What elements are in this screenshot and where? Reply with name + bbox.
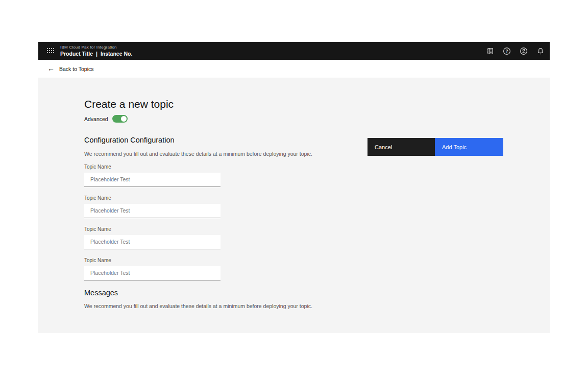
back-link-label: Back to Topics (59, 66, 94, 72)
cancel-button[interactable]: Cancel (368, 138, 435, 156)
header-eyebrow: IBM Cloud Pak for Integration (60, 45, 132, 50)
app-window: IBM Cloud Pak for Integration Product Ti… (38, 42, 550, 333)
create-topic-panel: Create a new topic Advanced Configuratio… (38, 78, 550, 333)
back-row: ← Back to Topics (38, 60, 550, 78)
topic-name-label: Topic Name (84, 226, 504, 232)
notification-bell-icon[interactable] (536, 47, 545, 55)
topic-name-input-4[interactable] (84, 266, 220, 280)
messages-section-heading: Messages (84, 289, 504, 297)
header-instance-label: Instance No. (101, 51, 132, 57)
topic-name-field-3: Topic Name (84, 226, 504, 249)
topic-name-label: Topic Name (84, 257, 504, 264)
topic-name-field-2: Topic Name (84, 195, 504, 218)
svg-text:?: ? (505, 49, 508, 54)
messages-section-description: We recommend you fill out and evaluate t… (84, 302, 319, 310)
user-avatar-icon[interactable] (520, 47, 528, 55)
topic-name-input-3[interactable] (84, 235, 220, 249)
advanced-label: Advanced (84, 116, 108, 122)
topic-name-field-4: Topic Name (84, 257, 504, 280)
form-action-buttons: Cancel Add Topic (368, 138, 503, 156)
global-header: IBM Cloud Pak for Integration Product Ti… (38, 42, 550, 60)
header-product-title: Product Title (60, 51, 93, 57)
topic-name-label: Topic Name (84, 164, 504, 170)
back-to-topics-link[interactable]: ← Back to Topics (47, 65, 94, 73)
topic-name-label: Topic Name (84, 195, 504, 201)
toggle-knob (121, 116, 127, 122)
header-title-block: IBM Cloud Pak for Integration Product Ti… (60, 45, 132, 57)
app-switcher-icon[interactable] (47, 48, 55, 54)
topic-name-input-1[interactable] (84, 173, 220, 187)
configuration-section-description: We recommend you fill out and evaluate t… (84, 150, 319, 158)
add-topic-button[interactable]: Add Topic (435, 138, 503, 156)
back-arrow-icon: ← (47, 65, 55, 72)
advanced-toggle[interactable] (112, 115, 128, 123)
page-title: Create a new topic (84, 98, 504, 110)
help-icon[interactable]: ? (503, 47, 511, 55)
notebook-icon[interactable] (486, 47, 494, 55)
header-title-separator: | (96, 51, 97, 57)
advanced-toggle-row: Advanced (84, 115, 504, 123)
topic-name-field-1: Topic Name (84, 164, 504, 187)
header-icon-group: ? (486, 47, 545, 55)
topic-name-input-2[interactable] (84, 204, 220, 218)
